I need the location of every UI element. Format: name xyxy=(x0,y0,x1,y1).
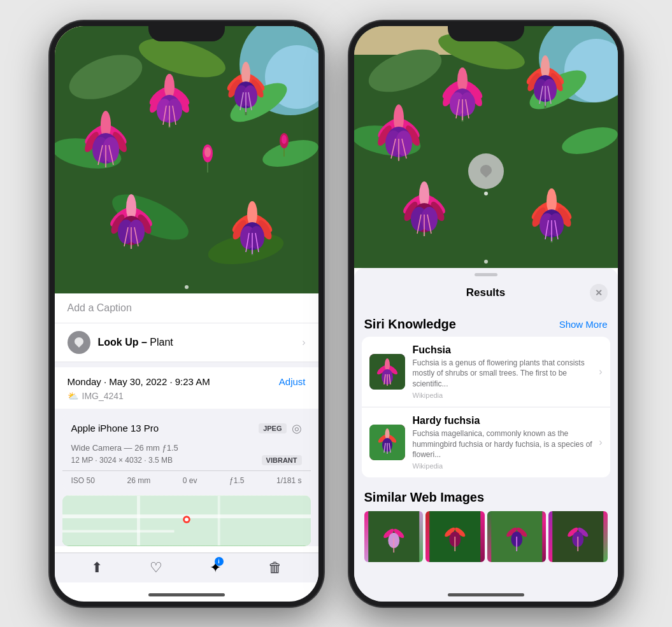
svg-point-152 xyxy=(548,213,564,236)
lookup-chevron: › xyxy=(302,337,305,348)
home-bar[interactable] xyxy=(148,593,225,596)
siri-knowledge-header: Siri Knowledge Show More xyxy=(354,309,618,337)
fuchsia-description: Fuchsia is a genus of flowering plants t… xyxy=(413,358,594,390)
svg-point-140 xyxy=(421,207,438,231)
aperture-value: ƒ1.5 xyxy=(229,476,244,485)
svg-point-78 xyxy=(282,135,287,144)
show-more-button[interactable]: Show More xyxy=(559,319,608,330)
similar-image-2[interactable] xyxy=(425,511,485,562)
svg-point-79 xyxy=(185,285,189,289)
similar-image-3[interactable] xyxy=(487,511,547,562)
filename-row: ⛅ IMG_4241 xyxy=(55,390,318,409)
camera-section: Apple iPhone 13 Pro JPEG ◎ Wide Camera —… xyxy=(62,414,311,490)
info-button[interactable]: ✦ i xyxy=(210,560,221,576)
exif-row: ISO 50 26 mm 0 ev ƒ1.5 1/181 s xyxy=(62,470,311,490)
similar-image-4[interactable] xyxy=(548,511,608,562)
lookup-text: Look Up – Plant xyxy=(98,337,173,348)
fuchsia-chevron: › xyxy=(599,366,602,377)
fuchsia-content: Fuchsia Fuchsia is a genus of flowering … xyxy=(413,344,594,399)
fuchsia-name: Fuchsia xyxy=(413,344,594,356)
cloud-icon: ⛅ xyxy=(68,391,78,401)
ev-value: 0 ev xyxy=(183,476,197,485)
adjust-button[interactable]: Adjust xyxy=(279,376,306,387)
vibrant-badge: VIBRANT xyxy=(262,455,302,465)
right-flower-photo[interactable] xyxy=(354,26,618,268)
hardy-thumbnail xyxy=(369,425,405,460)
caption-placeholder: Add a Caption xyxy=(68,302,132,313)
svg-point-69 xyxy=(249,226,264,249)
svg-point-57 xyxy=(128,220,145,244)
map-section[interactable] xyxy=(62,495,311,546)
hardy-name: Hardy fuchsia xyxy=(413,415,594,426)
results-title: Results xyxy=(466,286,505,299)
badge-row: JPEG ◎ xyxy=(259,421,301,435)
results-panel: Results ✕ Siri Knowledge Show More xyxy=(354,268,618,602)
siri-vision-button[interactable] xyxy=(468,153,504,189)
specs-text: 12 MP · 3024 × 4032 · 3.5 MB xyxy=(71,456,173,465)
favorite-button[interactable]: ♡ xyxy=(150,560,162,576)
left-screen: Add a Caption Look Up – Plant › xyxy=(55,26,318,602)
right-home-bar[interactable] xyxy=(448,593,524,596)
location-icon: ◎ xyxy=(292,421,302,435)
camera-details: Wide Camera — 26 mm ƒ1.5 12 MP · 3024 × … xyxy=(62,443,311,470)
hardy-source: Wikipedia xyxy=(413,462,594,470)
wide-camera-text: Wide Camera — 26 mm ƒ1.5 xyxy=(71,443,302,453)
right-phone: Results ✕ Siri Knowledge Show More xyxy=(349,21,623,607)
fuchsia-source: Wikipedia xyxy=(413,391,594,399)
similar-section: Similar Web Images xyxy=(354,483,618,567)
svg-rect-82 xyxy=(137,496,140,546)
camera-header: Apple iPhone 13 Pro JPEG ◎ xyxy=(62,414,311,443)
share-button[interactable]: ⬆ xyxy=(91,560,103,576)
date-text: Monday · May 30, 2022 · 9:23 AM xyxy=(68,376,210,387)
flower-photo[interactable] xyxy=(55,26,318,293)
svg-point-75 xyxy=(204,147,211,157)
focal-value: 26 mm xyxy=(127,476,150,485)
delete-button[interactable]: 🗑 xyxy=(268,560,282,576)
svg-rect-83 xyxy=(217,496,220,546)
fuchsia-item[interactable]: Fuchsia Fuchsia is a genus of flowering … xyxy=(362,337,610,407)
svg-point-156 xyxy=(484,260,488,264)
caption-area[interactable]: Add a Caption xyxy=(55,293,318,323)
left-phone: Add a Caption Look Up – Plant › xyxy=(50,21,324,607)
close-icon: ✕ xyxy=(595,288,603,298)
svg-rect-84 xyxy=(62,530,175,532)
hardy-description: Fuchsia magellanica, commonly known as t… xyxy=(413,428,594,460)
knowledge-card: Fuchsia Fuchsia is a genus of flowering … xyxy=(362,337,610,478)
results-header: Results ✕ xyxy=(354,281,618,309)
filename-text: IMG_4241 xyxy=(82,391,124,401)
similar-image-1[interactable] xyxy=(364,511,424,562)
siri-knowledge-title: Siri Knowledge xyxy=(364,317,456,332)
bottom-toolbar: ⬆ ♡ ✦ i 🗑 xyxy=(55,553,318,582)
lookup-row[interactable]: Look Up – Plant › xyxy=(55,323,318,362)
camera-model: Apple iPhone 13 Pro xyxy=(71,423,159,433)
svg-point-86 xyxy=(185,518,189,521)
right-phone-notch xyxy=(448,21,524,41)
close-button[interactable]: ✕ xyxy=(590,284,608,302)
svg-point-116 xyxy=(396,130,412,156)
hardy-chevron: › xyxy=(599,437,602,448)
similar-images-row xyxy=(364,511,608,562)
jpeg-badge: JPEG xyxy=(259,423,286,433)
siri-dot xyxy=(484,192,488,195)
specs-row: 12 MP · 3024 × 4032 · 3.5 MB VIBRANT xyxy=(71,455,302,465)
fuchsia-thumbnail xyxy=(369,354,405,390)
siri-vision-icon xyxy=(68,331,90,354)
right-screen: Results ✕ Siri Knowledge Show More xyxy=(354,26,618,602)
hardy-content: Hardy fuchsia Fuchsia magellanica, commo… xyxy=(413,415,594,470)
hardy-fuchsia-item[interactable]: Hardy fuchsia Fuchsia magellanica, commo… xyxy=(362,407,610,477)
drag-handle xyxy=(475,273,497,276)
photo-info-panel: Add a Caption Look Up – Plant › xyxy=(55,293,318,546)
svg-point-33 xyxy=(103,137,119,162)
iso-value: ISO 50 xyxy=(71,476,95,485)
similar-title: Similar Web Images xyxy=(364,490,608,505)
phone-notch xyxy=(148,21,225,41)
shutter-value: 1/181 s xyxy=(276,476,301,485)
date-section: Monday · May 30, 2022 · 9:23 AM Adjust xyxy=(55,367,318,390)
